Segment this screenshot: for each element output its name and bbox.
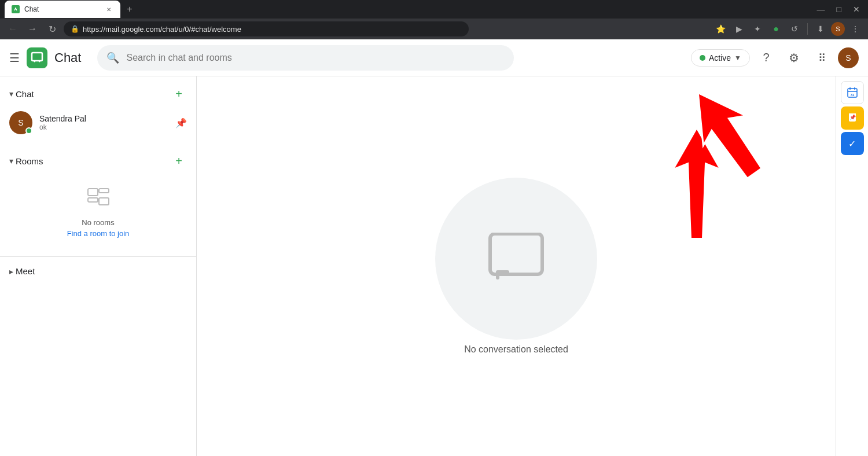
chat-section-header[interactable]: ▾ Chat + (0, 81, 196, 106)
no-rooms-empty-state: No rooms Find a room to join (0, 174, 196, 252)
tab-bar: Chat ✕ + (5, 0, 811, 19)
chat-bubble-empty-icon (487, 233, 545, 285)
reload-button[interactable]: ↻ (44, 21, 60, 37)
app-layout: ☰ Chat 🔍 Search in chat and rooms Active… (0, 39, 868, 456)
app-header: ☰ Chat 🔍 Search in chat and rooms Active… (0, 39, 868, 76)
active-status-button[interactable]: Active ▼ (691, 49, 750, 67)
sidebar: ▾ Chat + S Satendra Pal ok 📌 ▾ (0, 76, 197, 456)
extension-icon-4[interactable]: ↺ (786, 21, 803, 37)
meet-section-header[interactable]: ▸ Meet (9, 262, 187, 281)
svg-rect-5 (99, 198, 109, 205)
arrow-annotation (633, 123, 760, 275)
rooms-section-label: Rooms (16, 156, 171, 166)
address-bar-row: ← → ↻ 🔒 https://mail.google.com/chat/u/0… (0, 19, 868, 39)
empty-state-circle (435, 178, 597, 340)
chat-contact-name: Satendra Pal (39, 114, 168, 123)
back-button[interactable]: ← (5, 21, 21, 37)
collapse-chat-icon: ▾ (9, 89, 13, 98)
add-chat-button[interactable]: + (171, 86, 187, 102)
lock-icon: 🔒 (71, 25, 79, 33)
svg-rect-1 (32, 53, 42, 61)
rooms-section: ▾ Rooms + No rooms Find a room to join (0, 144, 196, 256)
chevron-down-icon: ▼ (734, 54, 741, 62)
chat-section-label: Chat (16, 89, 171, 99)
browser-menu-button[interactable]: ⋮ (847, 21, 863, 37)
tab-label: Chat (24, 5, 100, 13)
collapse-rooms-icon: ▾ (9, 156, 13, 166)
address-input[interactable]: 🔒 https://mail.google.com/chat/u/0/#chat… (64, 21, 469, 36)
browser-profile-avatar[interactable]: S (831, 22, 845, 36)
address-text: https://mail.google.com/chat/u/0/#chat/w… (83, 25, 241, 34)
app-title: Chat (54, 50, 81, 65)
meet-section-label: Meet (16, 266, 35, 276)
svg-rect-3 (88, 198, 98, 202)
chat-contact-status: ok (39, 123, 168, 131)
empty-state: No conversation selected (435, 178, 597, 355)
svg-marker-8 (674, 128, 720, 238)
svg-rect-2 (88, 189, 98, 196)
search-placeholder: Search in chat and rooms (126, 53, 231, 63)
main-content: No conversation selected (197, 76, 836, 456)
apps-button[interactable]: ⠿ (810, 46, 833, 69)
download-icon[interactable]: ⬇ (812, 21, 829, 37)
app-logo (27, 47, 47, 68)
calendar-app-icon[interactable]: 31 (841, 81, 864, 104)
forward-button[interactable]: → (24, 21, 41, 37)
chat-item[interactable]: S Satendra Pal ok 📌 (0, 106, 196, 139)
chat-section: ▾ Chat + S Satendra Pal ok 📌 (0, 76, 196, 144)
minimize-button[interactable]: — (814, 3, 829, 15)
chat-avatar: S (9, 111, 32, 134)
svg-marker-7 (674, 128, 720, 238)
toolbar-divider (807, 23, 808, 35)
tab-favicon-icon (12, 5, 20, 13)
browser-chrome: Chat ✕ + — □ ✕ (0, 0, 868, 19)
tasks-app-icon[interactable]: ✓ (841, 132, 864, 155)
extension-icon-2[interactable]: ▶ (731, 21, 747, 37)
maximize-button[interactable]: □ (833, 3, 845, 15)
svg-text:31: 31 (850, 93, 854, 97)
no-rooms-text: No rooms (82, 218, 114, 227)
meet-section: ▸ Meet (0, 256, 196, 285)
expand-meet-icon: ▸ (9, 267, 13, 276)
new-tab-button[interactable]: + (123, 2, 137, 16)
help-icon: ? (763, 51, 769, 64)
svg-text:📌: 📌 (849, 114, 856, 121)
chat-info: Satendra Pal ok (39, 114, 168, 131)
rooms-empty-icon (87, 187, 110, 214)
apps-grid-icon: ⠿ (818, 52, 826, 64)
svg-rect-6 (490, 234, 542, 274)
find-room-link[interactable]: Find a room to join (67, 229, 130, 238)
active-status-dot (700, 55, 705, 61)
window-controls: — □ ✕ (814, 3, 863, 15)
svg-rect-4 (99, 189, 109, 193)
extension-icon-green[interactable]: ● (768, 21, 784, 37)
browser-toolbar-icons: ⭐ ▶ ✦ ● ↺ ⬇ S ⋮ (712, 21, 863, 37)
header-right-controls: Active ▼ ? ⚙ ⠿ S (691, 46, 859, 69)
add-room-button[interactable]: + (171, 153, 187, 169)
search-icon: 🔍 (106, 52, 119, 64)
tab-close-button[interactable]: ✕ (104, 5, 113, 14)
settings-button[interactable]: ⚙ (782, 46, 806, 69)
tasks-checkmark-icon: ✓ (848, 138, 856, 149)
active-status-label: Active (709, 53, 731, 62)
right-sidebar: 31 📌 ✓ (836, 76, 868, 456)
search-bar[interactable]: 🔍 Search in chat and rooms (97, 45, 514, 71)
profile-avatar[interactable]: S (838, 47, 859, 68)
extension-icon-1[interactable]: ⭐ (712, 21, 729, 37)
keep-app-icon[interactable]: 📌 (841, 106, 864, 130)
online-status-dot (25, 127, 32, 134)
pin-icon: 📌 (175, 117, 187, 128)
hamburger-menu-icon[interactable]: ☰ (9, 51, 20, 65)
close-button[interactable]: ✕ (849, 3, 863, 15)
settings-icon: ⚙ (789, 51, 799, 65)
extension-icon-3[interactable]: ✦ (749, 21, 766, 37)
rooms-section-header[interactable]: ▾ Rooms + (0, 148, 196, 174)
active-tab[interactable]: Chat ✕ (5, 1, 120, 18)
no-conversation-text: No conversation selected (464, 344, 568, 355)
help-button[interactable]: ? (755, 46, 778, 69)
